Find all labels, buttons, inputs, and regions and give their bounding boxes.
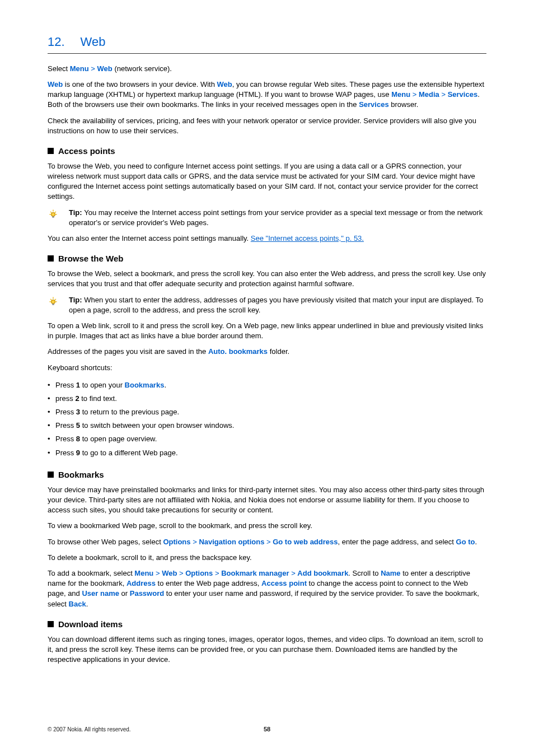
chevron-icon: > (289, 569, 298, 577)
page-number: 58 (264, 725, 270, 734)
tip-text: When you start to enter the address, add… (69, 296, 483, 314)
access-p2: You can also enter the Internet access p… (48, 234, 486, 244)
title-text: Web (81, 34, 106, 51)
chevron-icon: > (153, 569, 162, 577)
svg-line-5 (55, 212, 56, 213)
list-item: Press 9 to go to a different Web page. (48, 446, 486, 460)
menu-term: Menu (70, 64, 89, 73)
browse-p1: To browse the Web, select a bookmark, an… (48, 269, 486, 289)
tip-text: You may receive the Internet access poin… (69, 208, 483, 227)
chevron-icon: > (191, 538, 199, 546)
list-item: Press 8 to open page overview. (48, 432, 486, 446)
chevron-icon: > (91, 64, 97, 73)
svg-rect-6 (52, 216, 54, 218)
access-p1: To browse the Web, you need to configure… (48, 161, 486, 202)
tip-label: Tip: (69, 208, 84, 217)
page-title: 12. Web (48, 34, 486, 51)
list-item: press 2 to find text. (48, 392, 486, 405)
intro-p2: Web is one of the two browsers in your d… (48, 80, 486, 110)
tip-icon (48, 296, 59, 310)
bookmarks-p3: To browse other Web pages, select Option… (48, 537, 486, 547)
square-bullet-icon (48, 621, 54, 627)
svg-rect-13 (52, 304, 54, 305)
link-internet-access-points[interactable]: See "Internet access points," p. 53. (251, 234, 364, 242)
browse-p4: Keyboard shortcuts: (48, 363, 486, 373)
section-access-points: Access points (48, 145, 486, 157)
chevron-icon: > (439, 90, 448, 99)
bookmarks-p1: Your device may have preinstalled bookma… (48, 485, 486, 516)
bookmarks-p4: To delete a bookmark, scroll to it, and … (48, 553, 486, 563)
square-bullet-icon (48, 255, 54, 262)
chevron-icon: > (264, 538, 273, 546)
chevron-icon: > (410, 90, 419, 99)
tip-browse: Tip: When you start to enter the address… (48, 295, 486, 315)
copyright: © 2007 Nokia. All rights reserved. (48, 726, 131, 734)
section-download-items: Download items (48, 618, 486, 630)
browse-p3: Addresses of the pages you visit are sav… (48, 347, 486, 357)
svg-line-11 (50, 298, 51, 300)
square-bullet-icon (48, 148, 54, 154)
title-rule (48, 53, 486, 54)
download-p1: You can download different items such as… (48, 634, 486, 665)
keyboard-shortcuts: Press 1 to open your Bookmarks. press 2 … (48, 379, 486, 460)
chevron-icon: > (177, 569, 185, 577)
section-browse-web: Browse the Web (48, 253, 486, 264)
intro-p3: Check the availability of services, pric… (48, 116, 486, 136)
svg-line-12 (55, 298, 56, 300)
list-item: Press 3 to return to the previous page. (48, 405, 486, 419)
chevron-icon: > (213, 569, 221, 577)
tip-icon (48, 208, 59, 222)
square-bullet-icon (48, 472, 54, 478)
title-number: 12. (48, 34, 65, 51)
tip-label: Tip: (69, 296, 84, 304)
page-footer: © 2007 Nokia. All rights reserved. 58 (48, 726, 486, 734)
page: 12. Web Select Menu > Web (network servi… (0, 0, 534, 756)
intro-select: Select Menu > Web (network service). (48, 64, 486, 74)
svg-point-0 (51, 212, 55, 216)
section-bookmarks: Bookmarks (48, 469, 486, 480)
tip-access: Tip: You may receive the Internet access… (48, 208, 486, 228)
browse-p2: To open a Web link, scroll to it and pre… (48, 321, 486, 341)
list-item: Press 5 to switch between your open brow… (48, 419, 486, 432)
list-item: Press 1 to open your Bookmarks. (48, 379, 486, 392)
bookmarks-p5: To add a bookmark, select Menu > Web > O… (48, 568, 486, 609)
bookmarks-p2: To view a bookmarked Web page, scroll to… (48, 521, 486, 531)
web-term: Web (97, 64, 113, 73)
svg-point-7 (51, 300, 55, 304)
svg-line-4 (50, 212, 51, 213)
